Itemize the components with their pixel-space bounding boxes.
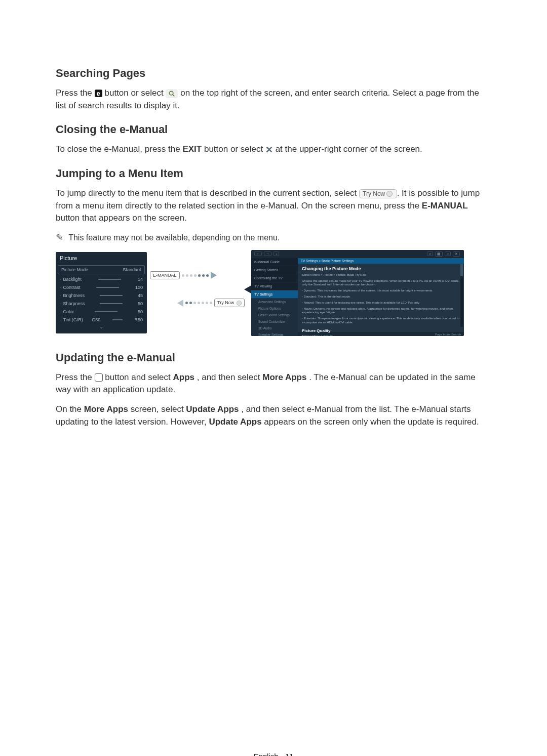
text: button or select [105,88,166,98]
arrow-emanual: E-MANUAL [150,271,217,279]
sidebar-item: Getting Started [251,266,298,274]
bold-label: Update Apps [209,417,261,427]
sidebar-subitem: 3D Audio [251,325,298,331]
heading-closing-emanual: Closing the e-Manual [56,123,491,136]
text: To jump directly to the menu item that i… [56,188,359,198]
osd-label: Contrast [63,285,81,290]
bold-label: Apps [173,372,195,382]
text: button or select [204,144,265,154]
paragraph-closing: To close the e-Manual, press the EXIT bu… [56,143,491,156]
try-now-label: Try Now [363,190,385,197]
emanual-content: TV Settings > Basic Picture Settings Cha… [298,258,464,332]
sidebar-item: Controlling the TV [251,274,298,282]
forward-icon: → [264,251,271,256]
text: , and then select [197,372,262,382]
try-now-chip: Try Now [359,189,397,198]
svg-point-0 [170,91,173,95]
close-icon: ✕ [265,145,273,154]
osd-value: 50 [138,301,143,306]
osd-row-color: ·Color50 [56,308,147,316]
label: Try Now [217,300,234,305]
paragraph-jumping: To jump directly to the menu item that i… [56,187,491,225]
arrow-trynow: Try Now [177,299,245,307]
emanual-topbar: ← → ↓ ⌂ ▦ ⌕ ✕ [251,250,464,258]
text: screen, select [131,404,186,414]
breadcrumb: TV Settings > Basic Picture Settings [298,258,464,264]
sidebar-subitem: Basic Sound Settings [251,312,298,318]
osd-label: Brightness [63,293,85,298]
osd-row-contrast: ·Contrast100 [56,283,147,291]
paragraph-updating-2: On the More Apps screen, select Update A… [56,403,491,428]
close-icon: ✕ [453,251,460,257]
osd-value: 45 [138,293,143,298]
osd-value: G50 [92,317,100,322]
bold-label: More Apps [262,372,306,382]
home-icon: ⌂ [427,251,433,256]
svg-line-1 [173,94,174,96]
osd-label: Tint (G/R) [63,317,83,322]
osd-row-tint: ·Tint (G/R) G50 R50 [56,316,147,324]
search-icon: ⌕ [445,251,451,256]
heading-updating-emanual: Updating the e-Manual [56,351,491,364]
play-icon [386,191,393,197]
osd-row-brightness: ·Brightness45 [56,291,147,300]
sidebar-subitem: Speaker Settings [251,331,298,336]
figure-tv-osd: Picture Picture Mode Standard ·Backlight… [56,252,233,333]
emanual-label: E-MANUAL [422,201,468,211]
arrow-right-icon [211,272,217,279]
osd-label: Picture Mode [61,267,88,272]
chevron-down-icon: ⌄ [56,324,147,329]
text: Press the [56,88,95,98]
bold-label: More Apps [84,404,128,414]
tv-osd-menu: Picture Picture Mode Standard ·Backlight… [56,252,147,333]
osd-label: Backlight [63,277,82,282]
down-icon: ↓ [274,251,280,256]
figure-emanual-screenshot: ← → ↓ ⌂ ▦ ⌕ ✕ e-Manual Guide Getting Sta… [251,250,464,336]
scrollbar [460,264,463,327]
content-heading: Changing the Picture Mode [298,264,464,272]
content-text: Screen Menu > Picture > Picture Mode Try… [298,272,464,278]
play-icon [237,301,242,306]
osd-row-backlight: ·Backlight14 [56,275,147,283]
content-text: Choose the optimal picture mode for your… [298,278,464,288]
content-text: - Natural: This is useful for reducing e… [298,300,464,306]
back-icon: ← [254,251,262,256]
text: This feature may not be available, depen… [68,233,280,242]
paragraph-searching: Press the e button or select on the top … [56,87,491,112]
sidebar-item: e-Manual Guide [251,258,298,266]
bold-label: Update Apps [186,404,239,414]
osd-value: Standard [123,267,141,272]
arrow-left-icon [177,300,183,307]
exit-label: EXIT [182,144,202,154]
osd-title: Picture [56,252,147,264]
scrollbar-thumb [460,264,463,276]
osd-row-sharpness: ·Sharpness50 [56,300,147,308]
trynow-callout-button: Try Now [214,299,245,307]
note-bullet-icon: ✎ [56,232,63,242]
e-button-icon: e [95,90,102,97]
osd-value: 14 [138,277,143,282]
paragraph-updating-1: Press the button and select Apps , and t… [56,371,491,396]
page-footer: English - 11 [56,752,491,756]
text: button that appears on the screen. [56,213,187,223]
heading-searching-pages: Searching Pages [56,67,491,80]
sidebar-item-active: TV Settings [251,290,298,299]
heading-jumping-menu: Jumping to a Menu Item [56,167,491,180]
text: appears on the screen only when the upda… [264,417,479,427]
emanual-footer-hints: Page Index Search [435,333,461,336]
content-text: - Entertain: Sharpens images for a more … [298,316,464,326]
osd-value: R50 [134,317,143,322]
emanual-callout-button: E-MANUAL [150,271,180,279]
search-icon [166,89,178,98]
arrow-dots-icon [185,302,212,304]
text: Press the [56,372,95,382]
content-text: - Movie: Darkens the screen and reduces … [298,306,464,316]
sidebar-subitem: Sound Customizer [251,318,298,325]
emanual-window: ← → ↓ ⌂ ▦ ⌕ ✕ e-Manual Guide Getting Sta… [251,250,464,336]
emanual-sidebar: e-Manual Guide Getting Started Controlli… [251,258,298,332]
osd-picture-mode-row: Picture Mode Standard [58,265,145,274]
sidebar-subitem: Picture Options [251,305,298,312]
osd-label: Color [63,309,74,314]
arrow-connector-icon [244,285,251,293]
text: button and select [105,372,173,382]
